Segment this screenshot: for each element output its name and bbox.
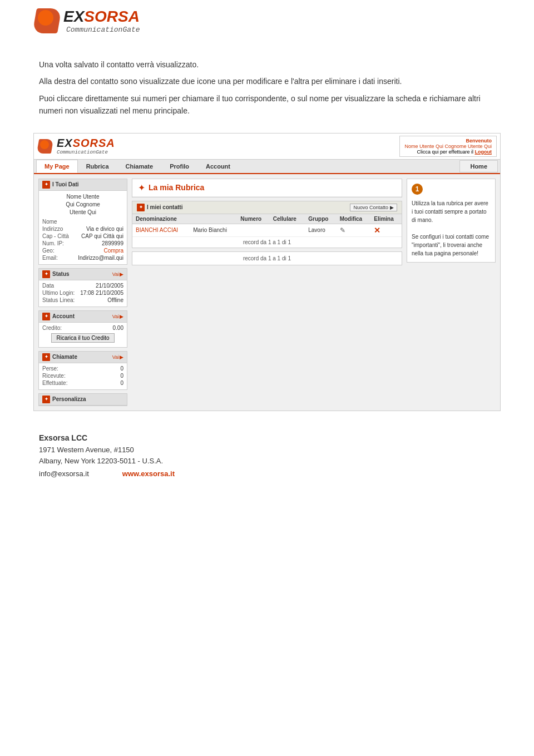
app-logo-area: EXSORSA CommunicationGate — [37, 136, 115, 157]
cell-modifica[interactable]: ✎ — [337, 224, 371, 236]
col-nome — [190, 214, 237, 224]
cap-value: CAP qui Città qui — [81, 233, 123, 239]
status-body: Data 21/10/2005 Ultimo Login: 17:08 21/1… — [39, 280, 127, 307]
logo-area: EXSORSA CommunicationGate — [33, 6, 501, 36]
status-title: ✦ Status — [42, 270, 70, 278]
perse-value: 0 — [120, 365, 123, 372]
ultimo-login-row: Ultimo Login: 17:08 21/10/2005 — [42, 290, 123, 296]
widget-personalizza: ✦ Personalizza — [38, 393, 127, 406]
app-header: EXSORSA CommunicationGate Benvenuto Nome… — [34, 134, 500, 160]
edit-icon[interactable]: ✎ — [340, 226, 345, 234]
tips-text: Utilizza la tua rubrica per avere i tuoi… — [412, 199, 491, 258]
perse-row: Perse: 0 — [42, 365, 123, 372]
contact-table-header: ✦ I miei contatti Nuovo Contatto ▶ — [132, 201, 402, 214]
intro-line1: Una volta salvato il contatto verrà visu… — [39, 58, 495, 71]
num-value: 2899999 — [102, 240, 123, 246]
right-column: 1 Utilizza la tua rubrica per avere i tu… — [407, 179, 496, 406]
rubrica-widget: ✦ La mia Rubrica — [132, 179, 402, 197]
contact-table-widget: ✦ I miei contatti Nuovo Contatto ▶ Denom… — [132, 201, 402, 248]
footer-address: 1971 Western Avenue, #1150 Albany, New Y… — [39, 444, 495, 468]
status-linea-value: Offline — [107, 297, 123, 303]
main-logo-text: EXSORSA — [63, 8, 140, 26]
widget-chiamate: ✦ Chiamate Vai ▶ Perse: 0 Ricevute: — [38, 351, 127, 390]
geo-label: Geo: — [42, 248, 55, 254]
nuovo-contatto-icon: ▶ — [390, 205, 394, 210]
app-nav: My Page Rubrica Chiamate Profilo Account… — [34, 160, 500, 174]
widget-chiamate-header: ✦ Chiamate Vai ▶ — [39, 352, 127, 363]
tips-number: 1 — [412, 184, 423, 195]
logout-button[interactable]: Logout — [475, 149, 492, 155]
account-vai-icon: ▶ — [120, 314, 123, 319]
table-header-row: Denominazione Numero Cellulare Gruppo Mo… — [132, 214, 402, 224]
tuoi-dati-body: Nome Utente Qui Cognome Utente Qui Nome … — [39, 191, 127, 264]
widget-personalizza-header: ✦ Personalizza — [39, 394, 127, 406]
intro-section: Una volta salvato il contatto verrà visu… — [0, 42, 534, 133]
cell-denominazione[interactable]: BIANCHI ACCIAI — [132, 224, 190, 236]
nuovo-contatto-button[interactable]: Nuovo Contatto ▶ — [350, 204, 397, 211]
nome-label: Nome — [42, 219, 57, 225]
credito-value: 0.00 — [113, 325, 123, 331]
credito-row: Credito: 0.00 — [42, 325, 123, 331]
indirizzo-value: Via e divico qui — [86, 226, 123, 232]
rubrica-title-area: ✦ La mia Rubrica — [132, 179, 402, 197]
indirizzo-row: Indirizzo Via e divico qui — [42, 226, 123, 232]
widget-account: ✦ Account Vai ▶ Credito: 0.00 Ricarica i… — [38, 310, 127, 348]
account-title: ✦ Account — [42, 313, 75, 320]
account-vai-link[interactable]: Vai ▶ — [112, 314, 123, 319]
ricevute-value: 0 — [120, 373, 123, 379]
app-logo-text: EXSORSA — [57, 137, 115, 150]
data-value: 21/10/2005 — [96, 283, 123, 289]
num-row: Num. IP: 2899999 — [42, 240, 123, 246]
footer-address2: Albany, New York 12203-5011 - U.S.A. — [39, 456, 495, 467]
data-label: Data — [42, 283, 54, 289]
chiamate-icon: ✦ — [42, 353, 50, 361]
ricarica-button[interactable]: Ricarica il tuo Credito — [51, 333, 114, 343]
email-value: Indirizzo@mail.qui — [78, 255, 123, 261]
cap-row: Cap - Città CAP qui Città qui — [42, 233, 123, 239]
ultimo-login-value: 17:08 21/10/2005 — [80, 290, 123, 296]
footer-website[interactable]: www.exsorsa.it — [122, 470, 175, 478]
contatti-icon: ✦ — [137, 204, 145, 211]
nav-mypage[interactable]: My Page — [36, 160, 78, 173]
effettuate-row: Effettuate: 0 — [42, 380, 123, 386]
col-modifica: Modifica — [337, 214, 371, 224]
geo-value[interactable]: Compra — [103, 248, 123, 254]
nav-account[interactable]: Account — [197, 160, 239, 173]
credito-label: Credito: — [42, 325, 62, 331]
perse-label: Perse: — [42, 365, 58, 372]
widget-status-header: ✦ Status Vai ▶ — [39, 269, 127, 280]
data-row: Data 21/10/2005 — [42, 283, 123, 289]
contact-section-title: ✦ I miei contatti — [137, 204, 182, 211]
main-tagline: CommunicationGate — [66, 26, 140, 34]
col-gruppo: Gruppo — [305, 214, 336, 224]
personalizza-icon: ✦ — [42, 396, 50, 403]
indirizzo-label: Indirizzo — [42, 226, 63, 232]
account-icon: ✦ — [42, 313, 50, 320]
col-cellulare: Cellulare — [270, 214, 305, 224]
status-vai-link[interactable]: Vai ▶ — [112, 271, 123, 277]
nav-rubrica[interactable]: Rubrica — [78, 160, 117, 173]
nav-home[interactable]: Home — [459, 160, 498, 172]
user-display-name: Nome Utente Qui Cognome Utente Qui — [42, 193, 123, 216]
record-info-bottom: record da 1 a 1 di 1 — [132, 251, 402, 265]
cell-gruppo: Lavoro — [305, 224, 336, 236]
user-name-display: Nome Utente Qui Cognome Utente Qui — [404, 144, 492, 149]
nav-chiamate[interactable]: Chiamate — [117, 160, 162, 173]
effettuate-value: 0 — [120, 380, 123, 386]
status-linea-row: Status Linea: Offline — [42, 297, 123, 303]
col-elimina: Elimina — [370, 214, 402, 224]
delete-icon[interactable]: ✕ — [374, 226, 380, 235]
app-tagline-text: CommunicationGate — [57, 150, 115, 155]
rubrica-title-text: La mia Rubrica — [149, 183, 204, 192]
widget-account-header: ✦ Account Vai ▶ — [39, 311, 127, 323]
chiamate-vai-link[interactable]: Vai ▶ — [112, 354, 123, 360]
intro-line3: Puoi cliccare direttamente sui numeri pe… — [39, 92, 495, 117]
cell-elimina[interactable]: ✕ — [370, 224, 402, 236]
footer-address1: 1971 Western Avenue, #1150 — [39, 444, 495, 456]
widget-status: ✦ Status Vai ▶ Data 21/10/2005 Ultimo Lo… — [38, 268, 127, 307]
footer-company: Exsorsa LCC — [39, 433, 495, 442]
logout-text: Clicca qui per effettuare il Logout — [404, 149, 492, 155]
chiamate-body: Perse: 0 Ricevute: 0 Effettuate: 0 — [39, 363, 127, 389]
left-column: ✦ I Tuoi Dati Nome Utente Qui Cognome Ut… — [38, 179, 127, 406]
nav-profilo[interactable]: Profilo — [161, 160, 197, 173]
